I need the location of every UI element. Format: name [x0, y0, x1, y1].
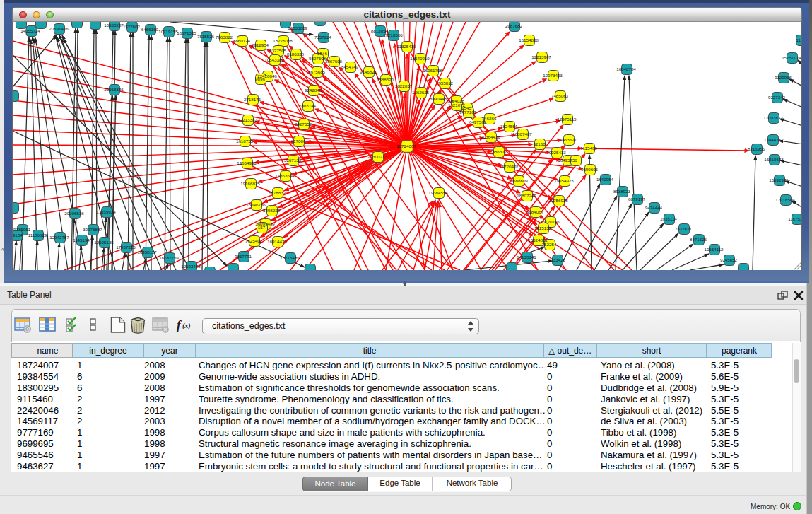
svg-text:1167533: 1167533 [788, 216, 802, 221]
svg-text:12975115: 12975115 [557, 117, 577, 122]
svg-text:17957225: 17957225 [116, 245, 136, 250]
svg-text:1244418: 1244418 [764, 137, 782, 142]
svg-text:9463627: 9463627 [560, 137, 577, 142]
svg-text:3267130: 3267130 [284, 158, 302, 163]
svg-text:10807487: 10807487 [512, 132, 532, 136]
svg-text:1640954: 1640954 [596, 177, 614, 182]
svg-text:15720407: 15720407 [499, 164, 519, 169]
svg-text:f: f [177, 318, 182, 332]
svg-text:11156829: 11156829 [28, 233, 47, 238]
svg-text:17016504: 17016504 [775, 197, 795, 202]
svg-text:9146821: 9146821 [360, 69, 377, 74]
svg-text:14055724: 14055724 [20, 28, 40, 33]
svg-text:39975887: 39975887 [83, 227, 102, 232]
svg-text:1733426: 1733426 [548, 257, 566, 262]
svg-text:7625402: 7625402 [245, 238, 263, 243]
svg-text:14353594: 14353594 [275, 173, 295, 178]
svg-text:19218506: 19218506 [383, 33, 403, 37]
svg-text:2718176: 2718176 [244, 97, 261, 102]
svg-text:9857791: 9857791 [235, 254, 252, 259]
svg-text:9777169: 9777169 [459, 110, 477, 115]
svg-text:19654925: 19654925 [237, 160, 257, 165]
svg-text:12213967: 12213967 [531, 54, 551, 59]
svg-text:7357224: 7357224 [314, 35, 332, 40]
svg-text:8678832: 8678832 [269, 190, 286, 195]
svg-text:16154808: 16154808 [519, 37, 539, 42]
svg-text:7663822: 7663822 [216, 35, 233, 40]
svg-text:8454749: 8454749 [341, 64, 359, 69]
svg-text:16120746: 16120746 [540, 219, 560, 224]
svg-text:7515526: 7515526 [197, 34, 215, 39]
svg-text:1145194: 1145194 [73, 238, 90, 243]
svg-text:9242848: 9242848 [305, 88, 322, 93]
svg-text:9329966: 9329966 [775, 75, 792, 80]
svg-text:1615132: 1615132 [534, 226, 552, 230]
svg-text:7485063: 7485063 [551, 93, 569, 98]
svg-text:8675685: 8675685 [308, 69, 326, 74]
svg-text:157: 157 [258, 225, 266, 230]
svg-text:7955812: 7955812 [436, 81, 454, 86]
svg-text:16046786: 16046786 [246, 202, 266, 207]
svg-text:9474444: 9474444 [645, 205, 663, 210]
svg-text:9335051: 9335051 [13, 227, 31, 232]
svg-text:8660124: 8660124 [233, 38, 251, 43]
svg-text:10543382: 10543382 [264, 57, 284, 62]
svg-text:8912954: 8912954 [252, 42, 269, 47]
svg-text:62160: 62160 [533, 141, 546, 146]
svg-text:10025433: 10025433 [546, 150, 566, 155]
svg-text:14136141: 14136141 [517, 255, 536, 259]
svg-text:10973493: 10973493 [543, 73, 563, 78]
svg-text:15716485: 15716485 [280, 255, 300, 260]
svg-text:1546: 1546 [317, 51, 327, 56]
svg-text:9245652: 9245652 [720, 257, 738, 262]
svg-text:12505135: 12505135 [94, 240, 114, 245]
svg-text:7886372: 7886372 [490, 149, 507, 154]
svg-text:3822037: 3822037 [395, 83, 413, 88]
svg-text:2367608: 2367608 [325, 59, 343, 64]
svg-text:39154: 39154 [13, 233, 23, 238]
svg-text:10688609: 10688609 [508, 178, 528, 183]
svg-text:9115460: 9115460 [580, 146, 597, 151]
svg-text:8186328: 8186328 [287, 52, 305, 57]
svg-text:12923448: 12923448 [181, 264, 201, 269]
svg-text:12213382: 12213382 [237, 117, 257, 122]
svg-text:18724007: 18724007 [396, 144, 416, 148]
svg-text:6466160: 6466160 [141, 27, 159, 32]
svg-text:9699695: 9699695 [581, 167, 599, 172]
svg-text:10958117: 10958117 [137, 250, 157, 255]
svg-text:9327505: 9327505 [269, 48, 287, 53]
svg-text:20364436: 20364436 [481, 134, 500, 139]
svg-text:8990448: 8990448 [430, 96, 447, 101]
svg-text:15751074: 15751074 [782, 55, 801, 60]
svg-text:817006: 817006 [291, 139, 306, 144]
svg-text:16782759: 16782759 [159, 255, 179, 260]
svg-text:8427552: 8427552 [295, 122, 312, 127]
svg-text:1588520: 1588520 [377, 77, 394, 82]
svg-text:16648784: 16648784 [616, 66, 636, 71]
svg-text:19384554: 19384554 [428, 190, 448, 195]
svg-text:18807249: 18807249 [517, 193, 536, 198]
svg-text:9327508: 9327508 [309, 56, 326, 61]
svg-text:16495756: 16495756 [558, 158, 577, 163]
svg-text:3498222: 3498222 [263, 208, 281, 213]
svg-text:1610755: 1610755 [236, 139, 254, 144]
svg-text:16961758: 16961758 [423, 68, 442, 73]
svg-text:16914479: 16914479 [267, 239, 287, 244]
svg-text:2935114: 2935114 [660, 216, 677, 221]
svg-text:10719155: 10719155 [158, 29, 178, 34]
svg-text:17359924: 17359924 [96, 209, 116, 214]
svg-text:6879197: 6879197 [628, 197, 646, 201]
svg-text:18640910: 18640910 [410, 56, 430, 61]
svg-text:20691406: 20691406 [49, 26, 69, 31]
svg-text:1527602: 1527602 [123, 24, 141, 29]
svg-text:7632621: 7632621 [675, 226, 693, 231]
svg-text:12093872: 12093872 [763, 115, 783, 120]
svg-text:9227342: 9227342 [768, 95, 786, 100]
svg-text:19756928: 19756928 [548, 198, 568, 203]
svg-text:12942757: 12942757 [49, 235, 69, 240]
svg-text:2087682: 2087682 [505, 23, 523, 28]
svg-text:20206536: 20206536 [64, 211, 84, 216]
svg-text:10655287: 10655287 [104, 23, 124, 28]
svg-text:16033809: 16033809 [288, 25, 307, 30]
svg-text:(x): (x) [182, 322, 191, 330]
